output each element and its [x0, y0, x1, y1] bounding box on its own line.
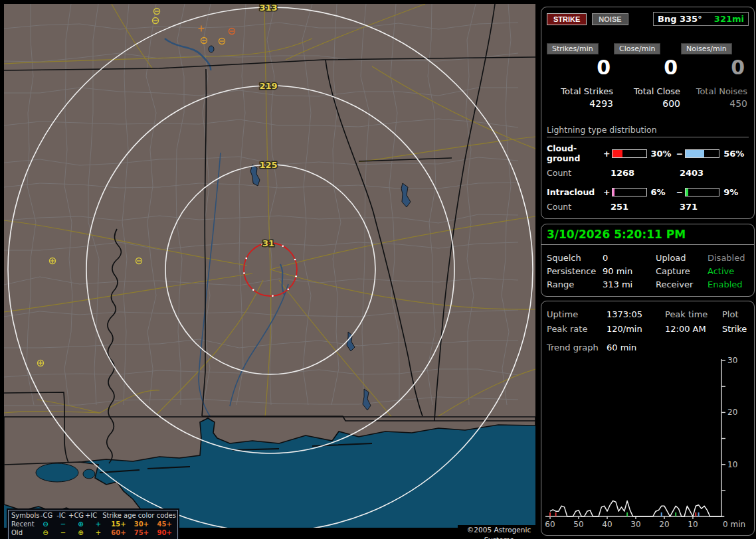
plus-icon: + [90, 528, 107, 537]
upload-status: Disabled [708, 253, 749, 263]
ring-distance-label: 31 [262, 238, 274, 248]
cloud-ground-label: Cloud-ground [547, 143, 603, 163]
circle-plus-icon: ⊕ [72, 528, 89, 537]
noises-counter-column: Noises/min 0 Total Noises 450 [681, 43, 747, 109]
total-strikes-value: 4293 [589, 98, 613, 109]
upload-label: Upload [656, 253, 708, 263]
intracloud-label: Intracloud [547, 187, 603, 197]
legend-col-neg-cg: -CG [39, 511, 54, 520]
close-per-min-value: 0 [664, 58, 680, 78]
ic-minus-percent: 9% [721, 187, 749, 197]
cloud-ground-count-row: Count 1268 2403 [547, 168, 749, 178]
range-value: 313 mi [603, 279, 656, 289]
trend-axes [545, 359, 725, 519]
legend-col-neg-ic: -IC [54, 511, 68, 520]
capture-status: Active [708, 266, 749, 276]
bearing-value: Bng 335° [658, 14, 702, 24]
minus-icon: − [54, 528, 72, 537]
mode-toolbar: STRIKE NOISE Bng 335° 321mi [547, 12, 749, 26]
cg-minus-bar [685, 149, 719, 158]
bearing-readout: Bng 335° 321mi [653, 12, 749, 26]
nexstorm-app: { "header": { "strike": "STRIKE", "noise… [0, 0, 756, 539]
legend-age-header: Strike age color codes [98, 511, 176, 520]
persistence-value: 90 min [603, 266, 656, 276]
svg-text:10: 10 [688, 520, 698, 529]
legend-box: Symbols -CG -IC +CG +IC Strike age color… [8, 510, 178, 539]
age-15-label: 15+ [107, 520, 130, 528]
datetime-display: 3/10/2026 5:20:11 PM [541, 224, 754, 245]
plot-value: Strike [722, 324, 749, 334]
squelch-value: 0 [603, 253, 656, 263]
total-noises-label: Total Noises [696, 86, 747, 96]
cg-minus-count: 2403 [680, 168, 749, 178]
cg-minus-percent: 56% [721, 149, 749, 159]
trend-graph-header: Trend graph 60 min [547, 343, 749, 352]
legend-header-row: Symbols -CG -IC +CG +IC Strike age color… [10, 511, 176, 520]
minus-icon: − [676, 149, 684, 159]
plot-label: Plot [722, 309, 749, 319]
lightning-map[interactable]: 31321912531 Symbols -CG -IC +CG +IC Stri… [4, 4, 535, 528]
minus-icon: − [676, 187, 684, 197]
intracloud-row: Intracloud + 6% − 9% [547, 187, 749, 197]
uptime-stats: Uptime 1373:05 Peak time Plot Peak rate … [547, 307, 749, 336]
capture-label: Capture [656, 266, 708, 276]
count-label: Count [547, 168, 611, 178]
trend-window-value: 60 min [607, 343, 636, 352]
peak-time-label: Peak time [665, 309, 722, 319]
copyright-label: ©2005 Astrogenic Systems [458, 525, 540, 535]
legend-recent-label: Recent [10, 520, 37, 528]
range-label: Range [547, 279, 603, 289]
bearing-distance: 321mi [714, 14, 744, 24]
peak-rate-label: Peak rate [547, 324, 607, 334]
strike-mode-button[interactable]: STRIKE [547, 13, 587, 25]
ring-distance-label: 219 [259, 81, 277, 91]
cg-plus-percent: 30% [648, 149, 676, 159]
total-strikes-label: Total Strikes [561, 86, 613, 96]
svg-text:0 min: 0 min [723, 520, 745, 529]
minus-icon: − [54, 520, 72, 528]
close-counter-column: Close/min 0 Total Close 600 [614, 43, 680, 109]
age-30-label: 30+ [130, 520, 153, 528]
trend-tick-labels: 1020306050403020100 min [545, 357, 745, 529]
circle-minus-icon: ⊖ [37, 528, 54, 537]
ic-plus-bar [612, 188, 646, 196]
plus-icon: + [603, 187, 611, 197]
age-45-label: 45+ [153, 520, 176, 528]
strikes-per-min-button[interactable]: Strikes/min [547, 43, 599, 54]
map-canvas[interactable]: 31321912531 [4, 4, 535, 528]
svg-text:20: 20 [659, 520, 669, 529]
trend-panel: Uptime 1373:05 Peak time Plot Peak rate … [541, 301, 755, 536]
total-close-value: 600 [662, 98, 680, 109]
ic-plus-count: 251 [611, 202, 680, 212]
noise-mode-button[interactable]: NOISE [592, 13, 628, 25]
plus-icon: + [90, 520, 107, 528]
strikes-counter-column: Strikes/min 0 Total Strikes 4293 [547, 43, 613, 109]
svg-text:10: 10 [727, 460, 737, 469]
noises-per-min-button[interactable]: Noises/min [681, 43, 732, 54]
persistence-label: Persistence [547, 266, 603, 276]
strikes-per-min-value: 0 [597, 58, 613, 78]
svg-text:50: 50 [573, 520, 583, 529]
cg-plus-bar [612, 149, 646, 158]
legend-old-label: Old [10, 528, 37, 537]
total-close-label: Total Close [634, 86, 680, 96]
strike-counters-panel: STRIKE NOISE Bng 335° 321mi Strikes/min … [541, 7, 755, 219]
total-noises-value: 450 [729, 98, 747, 109]
peak-time-value: 12:00 AM [665, 324, 722, 334]
plus-icon: + [603, 149, 611, 159]
close-per-min-button[interactable]: Close/min [614, 43, 660, 54]
svg-text:60: 60 [545, 520, 555, 529]
intracloud-count-row: Count 251 371 [547, 202, 749, 212]
legend-symbols-label: Symbols [10, 511, 39, 520]
trend-graph-label: Trend graph [547, 343, 607, 352]
svg-text:30: 30 [630, 520, 640, 529]
cg-plus-count: 1268 [611, 168, 680, 178]
uptime-label: Uptime [547, 309, 607, 319]
system-status-panel: 3/10/2026 5:20:11 PM Squelch 0 Upload Di… [541, 224, 755, 297]
ring-distance-label: 313 [259, 4, 277, 13]
noises-per-min-value: 0 [731, 58, 747, 78]
count-label: Count [547, 202, 611, 212]
age-90-label: 90+ [153, 528, 176, 537]
peak-rate-value: 120/min [607, 324, 665, 334]
age-75-label: 75+ [130, 528, 153, 537]
